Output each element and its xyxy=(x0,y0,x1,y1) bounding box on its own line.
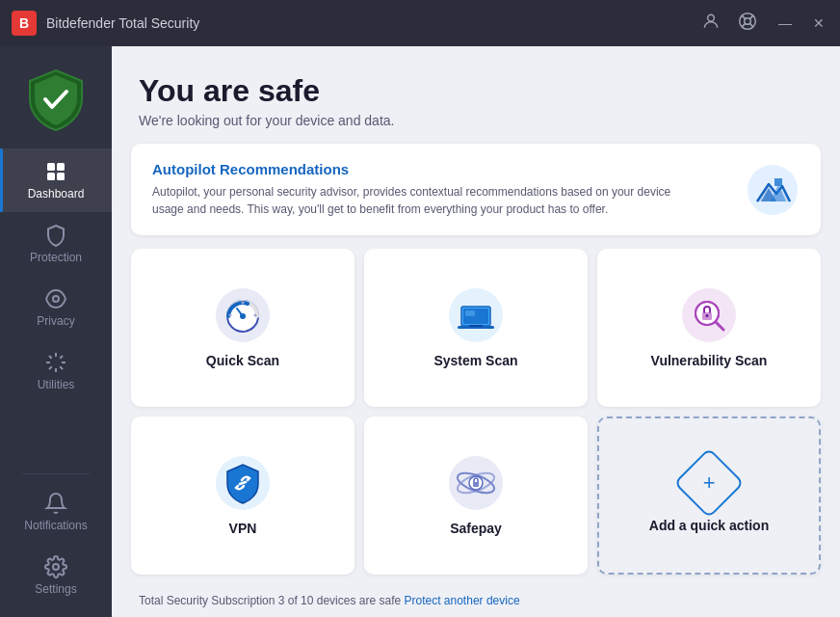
svg-point-11 xyxy=(53,296,59,302)
svg-line-3 xyxy=(742,15,746,19)
titlebar-right: — ✕ xyxy=(701,12,828,36)
plus-icon: + xyxy=(703,472,716,494)
sidebar-item-label: Notifications xyxy=(24,519,87,532)
action-card-system-scan[interactable]: System Scan xyxy=(364,249,588,407)
svg-point-0 xyxy=(708,14,715,21)
sidebar-divider xyxy=(22,473,90,474)
sidebar-nav: Dashboard Protection Privacy xyxy=(0,148,112,468)
svg-point-2 xyxy=(745,17,751,24)
svg-point-33 xyxy=(706,314,709,317)
action-card-safepay[interactable]: Safepay xyxy=(364,416,588,575)
add-quick-action-card[interactable]: + Add a quick action xyxy=(597,416,821,575)
support-icon[interactable] xyxy=(738,12,757,36)
svg-rect-28 xyxy=(465,310,475,316)
sidebar-item-settings[interactable]: Settings xyxy=(0,544,112,607)
sidebar-item-label: Dashboard xyxy=(28,187,85,201)
svg-rect-8 xyxy=(57,163,65,171)
app-title: Bitdefender Total Security xyxy=(46,15,199,31)
sidebar-item-label: Utilities xyxy=(38,378,75,391)
user-account-icon[interactable] xyxy=(701,12,721,36)
autopilot-text: Autopilot Recommendations Autopilot, you… xyxy=(152,161,672,218)
main-content: You are safe We're looking out for your … xyxy=(112,46,840,617)
sidebar-logo xyxy=(22,66,90,133)
svg-rect-7 xyxy=(47,163,55,171)
sidebar-item-notifications[interactable]: Notifications xyxy=(0,480,112,544)
sidebar: Dashboard Protection Privacy xyxy=(0,46,112,617)
action-label: VPN xyxy=(229,521,257,536)
autopilot-description: Autopilot, your personal security adviso… xyxy=(152,183,672,218)
actions-grid: Quick Scan System Scan xyxy=(131,249,821,575)
footer-text: Total Security Subscription 3 of 10 devi… xyxy=(139,594,401,607)
add-action-icon: + xyxy=(673,447,745,519)
protect-device-link[interactable]: Protect another device xyxy=(405,594,520,607)
svg-rect-10 xyxy=(57,173,65,180)
titlebar-left: B Bitdefender Total Security xyxy=(12,11,199,36)
header-area: You are safe We're looking out for your … xyxy=(112,46,840,144)
sidebar-item-protection[interactable]: Protection xyxy=(0,212,112,276)
svg-point-24 xyxy=(229,314,232,317)
page-title: You are safe xyxy=(139,73,813,109)
svg-line-4 xyxy=(749,23,753,27)
sidebar-item-label: Settings xyxy=(35,582,76,596)
action-label: Safepay xyxy=(450,521,502,536)
action-card-quick-scan[interactable]: Quick Scan xyxy=(131,249,354,407)
action-label: Quick Scan xyxy=(206,353,279,368)
action-label: System Scan xyxy=(433,353,517,368)
app-logo: B xyxy=(12,11,37,36)
autopilot-icon xyxy=(746,163,800,217)
add-action-label: Add a quick action xyxy=(649,518,769,533)
sidebar-item-dashboard[interactable]: Dashboard xyxy=(0,148,112,212)
action-card-vulnerability-scan[interactable]: Vulnerability Scan xyxy=(597,249,821,407)
autopilot-card[interactable]: Autopilot Recommendations Autopilot, you… xyxy=(131,144,821,235)
sidebar-bottom: Notifications Settings xyxy=(0,480,112,607)
svg-line-5 xyxy=(749,15,753,19)
svg-line-6 xyxy=(742,23,746,27)
page-subtitle: We're looking out for your device and da… xyxy=(139,113,813,128)
sidebar-item-label: Privacy xyxy=(37,314,74,328)
svg-rect-42 xyxy=(473,482,479,487)
minimize-button[interactable]: — xyxy=(774,12,796,35)
svg-point-23 xyxy=(254,314,257,317)
sidebar-item-privacy[interactable]: Privacy xyxy=(0,276,112,339)
window-controls: — ✕ xyxy=(774,12,828,35)
grid-area: Quick Scan System Scan xyxy=(112,249,840,586)
action-label: Vulnerability Scan xyxy=(651,353,768,368)
svg-rect-9 xyxy=(47,173,55,180)
svg-point-12 xyxy=(53,564,59,570)
sidebar-item-utilities[interactable]: Utilities xyxy=(0,339,112,403)
action-card-vpn[interactable]: VPN xyxy=(131,416,354,575)
app-body: Dashboard Protection Privacy xyxy=(0,46,840,617)
sidebar-item-label: Protection xyxy=(30,251,82,264)
autopilot-title: Autopilot Recommendations xyxy=(152,161,672,177)
footer: Total Security Subscription 3 of 10 devi… xyxy=(112,586,840,617)
close-button[interactable]: ✕ xyxy=(809,12,828,35)
svg-point-22 xyxy=(242,302,245,305)
titlebar: B Bitdefender Total Security — ✕ xyxy=(0,0,840,46)
